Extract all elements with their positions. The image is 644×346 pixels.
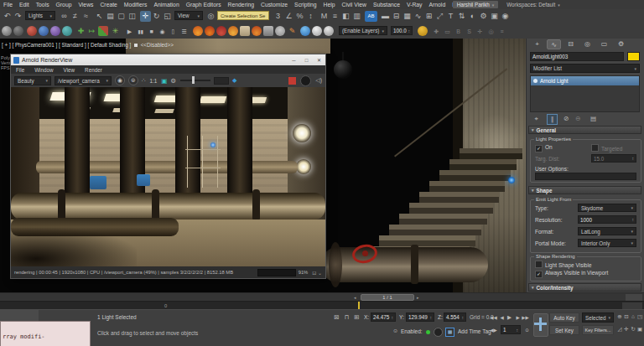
scale-icon[interactable]: [162, 11, 173, 22]
maximize-icon[interactable]: □: [300, 54, 313, 65]
next-frame-icon[interactable]: ▶: [514, 312, 522, 323]
select-icon[interactable]: [94, 11, 105, 22]
portal-mode-dropdown[interactable]: Interior Only: [578, 239, 636, 247]
aov-dropdown[interactable]: Beauty: [14, 76, 51, 85]
maximize-viewport-icon[interactable]: ▣: [636, 324, 643, 333]
move-icon[interactable]: [140, 11, 151, 22]
zoom-extents-icon[interactable]: ⌂: [630, 312, 636, 321]
viewport-label-text[interactable]: [ + ] [ PhysCamera001 ] [ Standard ] [ D…: [2, 42, 131, 48]
add-time-tag-text[interactable]: Add Time Tag: [458, 328, 491, 334]
undo-icon[interactable]: [2, 11, 13, 22]
grayed-plus-icon[interactable]: ✚: [431, 26, 442, 37]
user-account-button[interactable]: Harshil Parikh: [453, 1, 498, 8]
user-options-field[interactable]: [535, 173, 636, 180]
always-visible-checkbox[interactable]: ✓Always Visible in Viewport: [535, 270, 608, 278]
resolution-field[interactable]: 1000: [578, 215, 636, 224]
grid-view-icon[interactable]: [391, 11, 402, 22]
type-dropdown[interactable]: Skydome: [578, 204, 636, 212]
updown-icon[interactable]: [456, 11, 467, 22]
pan-icon[interactable]: ✛: [623, 324, 630, 333]
isolate-selection-icon[interactable]: ⊠: [332, 312, 341, 322]
tab-display-icon[interactable]: ▭: [597, 39, 611, 49]
settings-gear-icon[interactable]: ⚙: [170, 77, 176, 85]
zoom-1to1-button[interactable]: 1:1: [149, 78, 157, 84]
object-name-field[interactable]: ArnoldLight003: [530, 52, 624, 61]
rollout-general-header[interactable]: General: [528, 126, 641, 134]
current-frame-field[interactable]: 1: [501, 325, 521, 334]
select-by-name-icon[interactable]: [105, 11, 116, 22]
next-frame-arrow-icon[interactable]: ▸: [417, 295, 419, 300]
phoenix-fire3-icon[interactable]: [228, 26, 238, 36]
large-plus-button[interactable]: [533, 313, 548, 337]
curve-editor-icon[interactable]: [413, 11, 423, 22]
minimize-icon[interactable]: ─: [288, 54, 300, 65]
renderview-titlebar[interactable]: Arnold RenderView ─ □ ✕: [11, 54, 325, 65]
grayed-b-icon[interactable]: B: [453, 26, 464, 37]
play-circle-icon[interactable]: [157, 26, 168, 37]
time-slider-handle[interactable]: 1 / 1: [361, 294, 414, 301]
speaker-icon[interactable]: ◁): [315, 77, 322, 84]
render-image[interactable]: [11, 87, 325, 266]
sphere-dark-icon[interactable]: [13, 26, 23, 36]
cup-icon[interactable]: [312, 26, 322, 36]
redo-icon[interactable]: [13, 11, 23, 22]
stop-icon[interactable]: [146, 26, 157, 37]
make-unique-icon[interactable]: ⊘: [562, 114, 571, 123]
go-to-start-icon[interactable]: ◀◀: [490, 312, 497, 323]
exposure-slider[interactable]: [180, 80, 210, 81]
spinner-snap-icon[interactable]: [305, 11, 316, 22]
vray-purple-icon[interactable]: [50, 26, 60, 36]
menu-file[interactable]: File: [0, 2, 16, 8]
menu-rendering[interactable]: Rendering: [225, 2, 257, 8]
grayed-box-icon[interactable]: ▭: [442, 26, 453, 37]
menu-views[interactable]: Views: [75, 2, 96, 8]
tab-hierarchy-icon[interactable]: ⊟: [564, 39, 578, 49]
track-bar[interactable]: 0: [0, 301, 644, 309]
layers-dropdown[interactable]: (Enable Layers): [339, 26, 387, 35]
vray-blue-icon[interactable]: [39, 26, 49, 36]
snapshot-icon[interactable]: ⊜: [128, 75, 138, 85]
play-icon[interactable]: [124, 26, 135, 37]
vray-red-icon[interactable]: [27, 26, 37, 36]
menu-help[interactable]: Help: [320, 2, 339, 8]
configure-modifier-sets-icon[interactable]: ▤: [589, 114, 598, 123]
tab-create-icon[interactable]: +: [530, 39, 544, 49]
rv-menu-view[interactable]: View: [59, 67, 80, 73]
rollout-color-intensity-header[interactable]: Color/Intensity: [528, 283, 641, 292]
prev-frame-arrow-icon[interactable]: ◂: [354, 295, 356, 300]
menu-vray[interactable]: V-Ray: [403, 2, 426, 8]
teapot-icon[interactable]: [324, 26, 334, 36]
window-crossing-icon[interactable]: [127, 11, 138, 22]
zoom-all-icon[interactable]: ⊡: [623, 312, 630, 321]
scene-explorer-icon[interactable]: [340, 11, 351, 22]
phoenix-fire2-icon[interactable]: [205, 26, 215, 36]
tab-motion-icon[interactable]: ◎: [580, 39, 595, 49]
wire-color-swatch[interactable]: [627, 52, 640, 61]
ab-compare-icon[interactable]: AB: [365, 11, 377, 22]
rotate-icon[interactable]: [151, 11, 162, 22]
maxscript-mini-listener[interactable]: rray modifi-: [0, 321, 91, 346]
phoenix-hand-icon[interactable]: [216, 26, 226, 36]
list-icon[interactable]: [179, 26, 190, 37]
grayed-target-icon[interactable]: ◎: [486, 26, 496, 37]
rendered-frame-icon[interactable]: [489, 11, 500, 22]
auto-key-button[interactable]: Auto Key: [549, 312, 579, 323]
menu-graph-editors[interactable]: Graph Editors: [183, 2, 225, 8]
x-coordinate-field[interactable]: 24.475: [371, 312, 396, 322]
field-of-view-icon[interactable]: ◿: [616, 324, 623, 333]
diag-arrows-icon[interactable]: [434, 11, 445, 22]
degradation-icon[interactable]: ⊙: [391, 327, 400, 336]
trash-icon[interactable]: [168, 26, 179, 37]
tab-modify-icon[interactable]: ∿: [547, 39, 561, 49]
menu-animation[interactable]: Animation: [150, 2, 182, 8]
key-mode-icon[interactable]: ⊙: [523, 325, 531, 335]
close-icon[interactable]: ✕: [313, 54, 325, 65]
selection-lock-icon[interactable]: ⊓: [342, 312, 351, 322]
start-ipr-icon[interactable]: ◉: [115, 75, 125, 85]
rv-menu-render[interactable]: Render: [80, 67, 107, 73]
y-coordinate-field[interactable]: 129.949: [406, 312, 434, 322]
menu-edit[interactable]: Edit: [16, 2, 33, 8]
green-arrow-icon[interactable]: ↦: [86, 26, 97, 37]
targeted-checkbox[interactable]: Targeted: [591, 144, 622, 152]
rollout-shape-header[interactable]: Shape: [528, 186, 641, 194]
